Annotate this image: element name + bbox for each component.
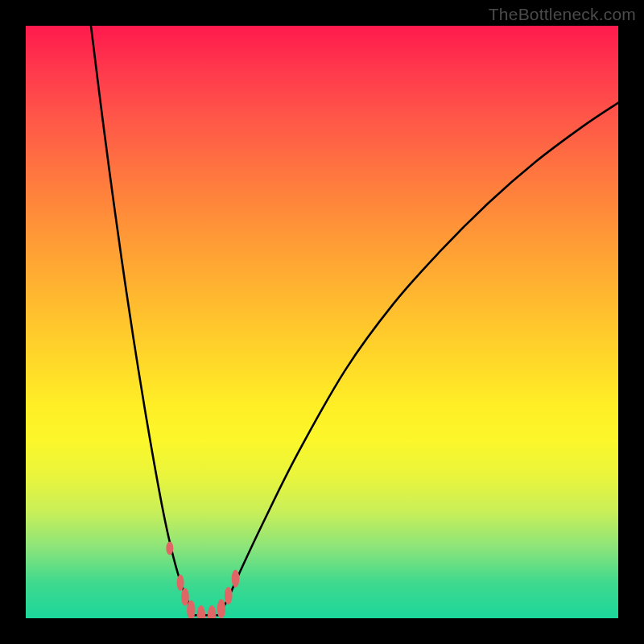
marker-layer (166, 542, 239, 618)
data-marker (177, 575, 184, 591)
data-marker (208, 605, 217, 618)
data-marker (181, 588, 189, 605)
watermark-text: TheBottleneck.com (489, 5, 636, 24)
chart-frame: TheBottleneck.com (0, 0, 644, 644)
data-marker (217, 599, 226, 618)
data-marker (232, 570, 240, 588)
chart-svg (26, 26, 618, 618)
data-marker (225, 587, 233, 605)
curve-layer (91, 26, 618, 615)
data-marker (166, 542, 173, 555)
data-marker (197, 605, 206, 618)
bottleneck-curve (91, 26, 618, 615)
plot-area (26, 26, 618, 618)
